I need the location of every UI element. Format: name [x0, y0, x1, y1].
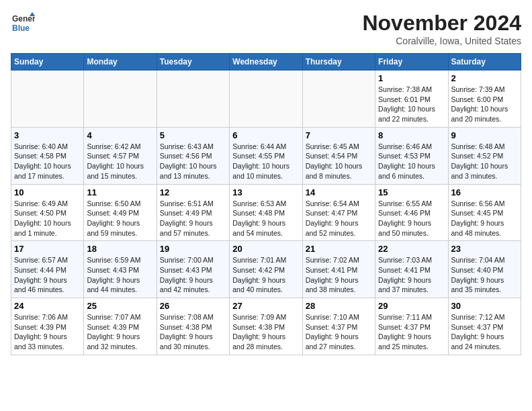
- day-info: Sunrise: 6:49 AM Sunset: 4:50 PM Dayligh…: [14, 199, 81, 238]
- day-cell: 17Sunrise: 6:57 AM Sunset: 4:44 PM Dayli…: [11, 241, 84, 298]
- day-cell: 2Sunrise: 7:39 AM Sunset: 6:00 PM Daylig…: [448, 71, 521, 128]
- day-info: Sunrise: 7:10 AM Sunset: 4:37 PM Dayligh…: [306, 312, 372, 352]
- day-info: Sunrise: 7:39 AM Sunset: 6:00 PM Dayligh…: [451, 85, 518, 124]
- title-area: November 2024 Coralville, Iowa, United S…: [362, 11, 521, 46]
- weekday-header-thursday: Thursday: [302, 54, 375, 71]
- day-cell: 9Sunrise: 6:48 AM Sunset: 4:52 PM Daylig…: [448, 127, 521, 184]
- day-number: 7: [306, 130, 372, 140]
- day-number: 14: [306, 187, 372, 197]
- header: General Blue November 2024 Coralville, I…: [11, 11, 521, 46]
- week-row-5: 24Sunrise: 7:06 AM Sunset: 4:39 PM Dayli…: [11, 298, 521, 355]
- day-cell: 18Sunrise: 6:59 AM Sunset: 4:43 PM Dayli…: [84, 241, 157, 298]
- day-info: Sunrise: 7:04 AM Sunset: 4:40 PM Dayligh…: [451, 255, 518, 295]
- day-number: 3: [14, 130, 81, 140]
- day-info: Sunrise: 6:40 AM Sunset: 4:58 PM Dayligh…: [14, 142, 81, 181]
- day-cell: [302, 71, 375, 128]
- day-number: 26: [160, 301, 226, 311]
- day-info: Sunrise: 6:55 AM Sunset: 4:46 PM Dayligh…: [378, 199, 445, 238]
- day-info: Sunrise: 7:00 AM Sunset: 4:43 PM Dayligh…: [160, 255, 226, 295]
- day-cell: 23Sunrise: 7:04 AM Sunset: 4:40 PM Dayli…: [448, 241, 521, 298]
- weekday-header-friday: Friday: [375, 54, 448, 71]
- day-info: Sunrise: 7:06 AM Sunset: 4:39 PM Dayligh…: [14, 312, 81, 352]
- day-cell: 4Sunrise: 6:42 AM Sunset: 4:57 PM Daylig…: [84, 127, 157, 184]
- weekday-header-wednesday: Wednesday: [230, 54, 302, 71]
- day-number: 19: [160, 244, 226, 254]
- day-number: 23: [451, 244, 518, 254]
- day-number: 21: [306, 244, 372, 254]
- day-info: Sunrise: 6:45 AM Sunset: 4:54 PM Dayligh…: [306, 142, 372, 181]
- day-info: Sunrise: 6:56 AM Sunset: 4:45 PM Dayligh…: [451, 199, 518, 238]
- day-number: 18: [87, 244, 153, 254]
- day-number: 5: [160, 130, 226, 140]
- day-info: Sunrise: 6:57 AM Sunset: 4:44 PM Dayligh…: [14, 255, 81, 295]
- day-cell: 24Sunrise: 7:06 AM Sunset: 4:39 PM Dayli…: [11, 298, 84, 355]
- day-cell: 1Sunrise: 7:38 AM Sunset: 6:01 PM Daylig…: [375, 71, 448, 128]
- day-number: 20: [232, 244, 299, 254]
- logo: General Blue: [11, 11, 35, 35]
- day-info: Sunrise: 7:03 AM Sunset: 4:41 PM Dayligh…: [378, 255, 445, 295]
- day-cell: 26Sunrise: 7:08 AM Sunset: 4:38 PM Dayli…: [157, 298, 229, 355]
- day-number: 29: [378, 301, 445, 311]
- day-cell: 27Sunrise: 7:09 AM Sunset: 4:38 PM Dayli…: [230, 298, 302, 355]
- day-info: Sunrise: 6:43 AM Sunset: 4:56 PM Dayligh…: [160, 142, 226, 181]
- week-row-3: 10Sunrise: 6:49 AM Sunset: 4:50 PM Dayli…: [11, 184, 521, 241]
- day-cell: 19Sunrise: 7:00 AM Sunset: 4:43 PM Dayli…: [157, 241, 229, 298]
- day-cell: 15Sunrise: 6:55 AM Sunset: 4:46 PM Dayli…: [375, 184, 448, 241]
- day-number: 13: [232, 187, 299, 197]
- day-number: 16: [451, 187, 518, 197]
- day-number: 28: [306, 301, 372, 311]
- day-info: Sunrise: 7:01 AM Sunset: 4:42 PM Dayligh…: [232, 255, 299, 295]
- day-cell: 5Sunrise: 6:43 AM Sunset: 4:56 PM Daylig…: [157, 127, 229, 184]
- svg-text:Blue: Blue: [12, 24, 30, 33]
- day-cell: 6Sunrise: 6:44 AM Sunset: 4:55 PM Daylig…: [230, 127, 302, 184]
- day-info: Sunrise: 6:44 AM Sunset: 4:55 PM Dayligh…: [232, 142, 299, 181]
- day-number: 12: [160, 187, 226, 197]
- day-cell: 8Sunrise: 6:46 AM Sunset: 4:53 PM Daylig…: [375, 127, 448, 184]
- day-info: Sunrise: 7:38 AM Sunset: 6:01 PM Dayligh…: [378, 85, 445, 124]
- day-info: Sunrise: 7:07 AM Sunset: 4:39 PM Dayligh…: [87, 312, 153, 352]
- day-cell: 12Sunrise: 6:51 AM Sunset: 4:49 PM Dayli…: [157, 184, 229, 241]
- day-number: 6: [232, 130, 299, 140]
- day-number: 27: [232, 301, 299, 311]
- day-cell: 25Sunrise: 7:07 AM Sunset: 4:39 PM Dayli…: [84, 298, 157, 355]
- day-number: 30: [451, 301, 518, 311]
- day-cell: 11Sunrise: 6:50 AM Sunset: 4:49 PM Dayli…: [84, 184, 157, 241]
- day-cell: [84, 71, 157, 128]
- day-cell: 14Sunrise: 6:54 AM Sunset: 4:47 PM Dayli…: [302, 184, 375, 241]
- day-number: 25: [87, 301, 153, 311]
- day-number: 15: [378, 187, 445, 197]
- day-number: 24: [14, 301, 81, 311]
- day-cell: 22Sunrise: 7:03 AM Sunset: 4:41 PM Dayli…: [375, 241, 448, 298]
- weekday-header-sunday: Sunday: [11, 54, 84, 71]
- day-number: 22: [378, 244, 445, 254]
- day-info: Sunrise: 6:54 AM Sunset: 4:47 PM Dayligh…: [306, 199, 372, 238]
- weekday-header-row: SundayMondayTuesdayWednesdayThursdayFrid…: [11, 54, 521, 71]
- day-cell: 16Sunrise: 6:56 AM Sunset: 4:45 PM Dayli…: [448, 184, 521, 241]
- weekday-header-saturday: Saturday: [448, 54, 521, 71]
- day-cell: 28Sunrise: 7:10 AM Sunset: 4:37 PM Dayli…: [302, 298, 375, 355]
- logo-icon: General Blue: [11, 11, 35, 35]
- day-info: Sunrise: 6:51 AM Sunset: 4:49 PM Dayligh…: [160, 199, 226, 238]
- day-number: 17: [14, 244, 81, 254]
- day-number: 10: [14, 187, 81, 197]
- day-info: Sunrise: 6:53 AM Sunset: 4:48 PM Dayligh…: [232, 199, 299, 238]
- day-number: 11: [87, 187, 153, 197]
- week-row-1: 1Sunrise: 7:38 AM Sunset: 6:01 PM Daylig…: [11, 71, 521, 128]
- day-cell: [157, 71, 229, 128]
- day-info: Sunrise: 6:46 AM Sunset: 4:53 PM Dayligh…: [378, 142, 445, 181]
- day-info: Sunrise: 7:09 AM Sunset: 4:38 PM Dayligh…: [232, 312, 299, 352]
- week-row-4: 17Sunrise: 6:57 AM Sunset: 4:44 PM Dayli…: [11, 241, 521, 298]
- day-number: 4: [87, 130, 153, 140]
- day-info: Sunrise: 7:12 AM Sunset: 4:37 PM Dayligh…: [451, 312, 518, 352]
- weekday-header-tuesday: Tuesday: [157, 54, 229, 71]
- calendar-table: SundayMondayTuesdayWednesdayThursdayFrid…: [11, 53, 521, 355]
- day-cell: 20Sunrise: 7:01 AM Sunset: 4:42 PM Dayli…: [230, 241, 302, 298]
- day-cell: 29Sunrise: 7:11 AM Sunset: 4:37 PM Dayli…: [375, 298, 448, 355]
- day-number: 2: [451, 73, 518, 83]
- day-info: Sunrise: 6:50 AM Sunset: 4:49 PM Dayligh…: [87, 199, 153, 238]
- day-cell: 13Sunrise: 6:53 AM Sunset: 4:48 PM Dayli…: [230, 184, 302, 241]
- location-title: Coralville, Iowa, United States: [362, 36, 521, 46]
- day-info: Sunrise: 7:02 AM Sunset: 4:41 PM Dayligh…: [306, 255, 372, 295]
- day-cell: 30Sunrise: 7:12 AM Sunset: 4:37 PM Dayli…: [448, 298, 521, 355]
- day-info: Sunrise: 6:42 AM Sunset: 4:57 PM Dayligh…: [87, 142, 153, 181]
